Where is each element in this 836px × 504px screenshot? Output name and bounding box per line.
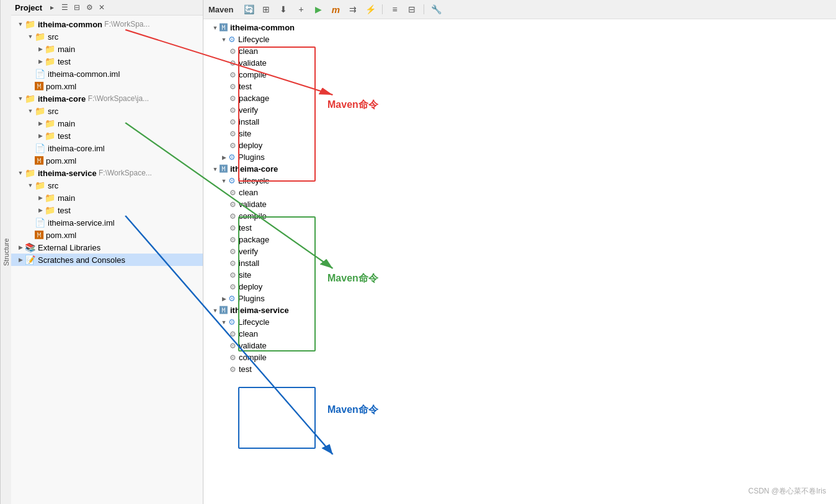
maven-toolbar-add[interactable]: + [294, 2, 308, 16]
tree-item-main-core[interactable]: ▶ 📁 main [11, 117, 203, 130]
maven-item-lifecycle-core[interactable]: ▼ ⚙ Lifecycle [203, 175, 836, 187]
tree-label-src-common: src [48, 32, 58, 42]
gear-icon-install-common: ⚙ [229, 118, 236, 126]
lifecycle-compile-common[interactable]: ⚙ compile [203, 69, 836, 81]
project-toolbar-cog[interactable]: ▸ [47, 2, 57, 12]
maven-toolbar-wrench[interactable]: 🔧 [429, 2, 443, 16]
lifecycle-compile-core[interactable]: ⚙ compile [203, 210, 836, 222]
tree-item-pom-core[interactable]: 🅼 pom.xml [11, 154, 203, 167]
tree-item-iml-service[interactable]: 📄 itheima-service.iml [11, 216, 203, 229]
lifecycle-clean-common[interactable]: ⚙ clean [203, 45, 836, 57]
lifecycle-install-core[interactable]: ⚙ install [203, 257, 836, 269]
maven-item-plugins-core[interactable]: ▶ ⚙ Plugins [203, 293, 836, 304]
tree-item-iml-common[interactable]: 📄 itheima-common.iml [11, 68, 203, 80]
maven-toolbar-refresh[interactable]: 🔄 [242, 2, 256, 16]
lifecycle-site-core[interactable]: ⚙ site [203, 269, 836, 281]
maven-item-core[interactable]: ▼ 🅼 itheima-core [203, 163, 836, 175]
toolbar-separator-1 [382, 4, 383, 14]
lifecycle-label-site-common: site [239, 129, 251, 138]
lifecycle-test-core[interactable]: ⚙ test [203, 222, 836, 234]
tree-arrow-test-core: ▶ [36, 133, 45, 139]
structure-tab[interactable]: Structure [0, 0, 11, 504]
tree-label-test-service: test [58, 206, 71, 215]
maven-content: ▼ 🅼 itheima-common ▼ ⚙ Lifecycle ⚙ clean… [203, 19, 836, 504]
lifecycle-clean-service[interactable]: ⚙ clean [203, 328, 836, 340]
lifecycle-validate-service[interactable]: ⚙ validate [203, 340, 836, 351]
project-tree: ▼ 📁 itheima-common F:\WorkSpa... ▼ 📁 src… [11, 15, 203, 504]
maven-item-lifecycle-service[interactable]: ▼ ⚙ Lifecycle [203, 316, 836, 328]
tree-item-itheima-core[interactable]: ▼ 📁 itheima-core F:\WorkSpace\ja... [11, 92, 203, 105]
tree-label-core: itheima-core [38, 94, 86, 104]
lifecycle-verify-common[interactable]: ⚙ verify [203, 104, 836, 116]
tree-item-src-core[interactable]: ▼ 📁 src [11, 105, 203, 117]
gear-icon-test-service: ⚙ [229, 365, 236, 374]
lifecycle-install-common[interactable]: ⚙ install [203, 116, 836, 128]
maven-toolbar-parallel[interactable]: ⇉ [346, 2, 360, 16]
lifecycle-label-test-core: test [239, 223, 252, 232]
tree-item-main-common[interactable]: ▶ 📁 main [11, 43, 203, 55]
lifecycle-package-core[interactable]: ⚙ package [203, 234, 836, 245]
lifecycle-site-common[interactable]: ⚙ site [203, 128, 836, 139]
lifecycle-compile-service[interactable]: ⚙ compile [203, 351, 836, 363]
project-toolbar-settings[interactable]: ⚙ [84, 2, 94, 12]
tree-label-iml-common: itheima-common.iml [48, 69, 120, 79]
lifecycle-label-validate-core: validate [239, 200, 267, 209]
maven-item-common[interactable]: ▼ 🅼 itheima-common [203, 22, 836, 33]
maven-plugins-icon-common: ⚙ [228, 153, 236, 162]
lifecycle-label-deploy-common: deploy [239, 141, 262, 150]
tree-item-scratches[interactable]: ▶ 📝 Scratches and Consoles [11, 254, 203, 266]
tree-item-src-service[interactable]: ▼ 📁 src [11, 179, 203, 192]
folder-icon-service: 📁 [25, 168, 35, 178]
project-toolbar-close[interactable]: ✕ [97, 2, 107, 12]
maven-label-service: itheima-service [230, 306, 289, 315]
lifecycle-package-common[interactable]: ⚙ package [203, 92, 836, 104]
maven-item-lifecycle-common[interactable]: ▼ ⚙ Lifecycle [203, 33, 836, 45]
maven-toolbar-run[interactable]: ▶ [311, 2, 325, 16]
lifecycle-validate-common[interactable]: ⚙ validate [203, 57, 836, 69]
tree-arrow-core: ▼ [16, 95, 25, 102]
maven-toolbar-reimport[interactable]: ⊞ [259, 2, 273, 16]
maven-lifecycle-icon-core: ⚙ [228, 176, 236, 185]
lifecycle-verify-core[interactable]: ⚙ verify [203, 245, 836, 257]
pom-icon-common: 🅼 [35, 81, 43, 91]
iml-icon-common: 📄 [35, 69, 45, 79]
tree-item-test-service[interactable]: ▶ 📁 test [11, 204, 203, 216]
project-toolbar-list[interactable]: ☰ [60, 2, 69, 12]
maven-arrow-common: ▼ [211, 25, 220, 31]
maven-toolbar-lightning[interactable]: ⚡ [363, 2, 377, 16]
maven-item-plugins-common[interactable]: ▶ ⚙ Plugins [203, 151, 836, 163]
maven-toolbar-m[interactable]: m [329, 2, 342, 16]
lifecycle-validate-core[interactable]: ⚙ validate [203, 198, 836, 210]
folder-icon-src-service: 📁 [35, 180, 45, 190]
folder-icon-test-common: 📁 [45, 56, 55, 66]
tree-item-external-libraries[interactable]: ▶ 📚 External Libraries [11, 241, 203, 254]
tree-item-test-core[interactable]: ▶ 📁 test [11, 130, 203, 142]
tree-arrow-scratch: ▶ [16, 257, 25, 263]
tree-item-test-common[interactable]: ▶ 📁 test [11, 55, 203, 68]
lifecycle-test-service[interactable]: ⚙ test [203, 363, 836, 375]
maven-toolbar: Maven 🔄 ⊞ ⬇ + ▶ m ⇉ ⚡ ≡ ⊟ 🔧 [203, 0, 836, 19]
maven-toolbar-columns[interactable]: ≡ [388, 2, 401, 16]
folder-icon-test-core: 📁 [45, 131, 55, 141]
lifecycle-deploy-common[interactable]: ⚙ deploy [203, 139, 836, 151]
tree-label-scratch: Scratches and Consoles [38, 255, 125, 265]
lifecycle-clean-core[interactable]: ⚙ clean [203, 187, 836, 198]
lifecycle-test-common[interactable]: ⚙ test [203, 81, 836, 92]
maven-toolbar-download[interactable]: ⬇ [277, 2, 290, 16]
tree-item-pom-service[interactable]: 🅼 pom.xml [11, 229, 203, 241]
maven-toolbar-collapse[interactable]: ⊟ [405, 2, 419, 16]
tree-label-pom-common: pom.xml [46, 82, 76, 91]
tree-arrow-src-common: ▼ [26, 33, 35, 40]
lifecycle-deploy-core[interactable]: ⚙ deploy [203, 281, 836, 293]
tree-item-pom-common[interactable]: 🅼 pom.xml [11, 80, 203, 92]
tree-item-src-common[interactable]: ▼ 📁 src [11, 30, 203, 43]
project-toolbar-collapse[interactable]: ⊟ [72, 2, 82, 12]
tree-label-test-core: test [58, 131, 71, 141]
tree-item-main-service[interactable]: ▶ 📁 main [11, 192, 203, 204]
tree-item-itheima-common[interactable]: ▼ 📁 itheima-common F:\WorkSpa... [11, 18, 203, 30]
maven-item-service[interactable]: ▼ 🅼 itheima-service [203, 304, 836, 316]
tree-item-itheima-service[interactable]: ▼ 📁 itheima-service F:\WorkSpace... [11, 167, 203, 179]
tree-item-iml-core[interactable]: 📄 itheima-core.iml [11, 142, 203, 154]
tree-arrow-service: ▼ [16, 170, 25, 176]
main-panel: Maven 🔄 ⊞ ⬇ + ▶ m ⇉ ⚡ ≡ ⊟ 🔧 ▼ 🅼 itheima-… [203, 0, 836, 504]
